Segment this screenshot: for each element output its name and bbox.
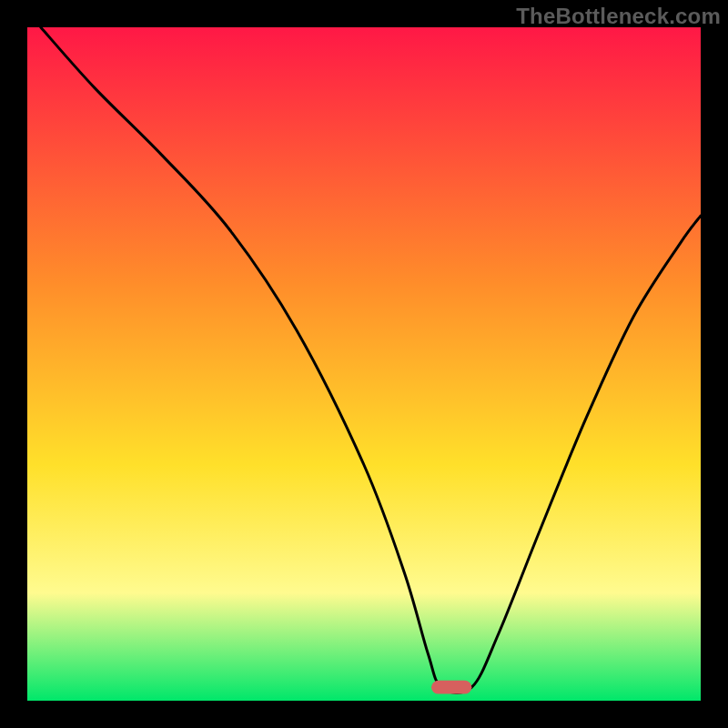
watermark-text: TheBottleneck.com (516, 4, 721, 29)
plot-background (27, 27, 701, 701)
chart-frame: TheBottleneck.com (0, 0, 728, 728)
optimum-marker (431, 681, 471, 694)
chart-canvas (0, 0, 728, 728)
